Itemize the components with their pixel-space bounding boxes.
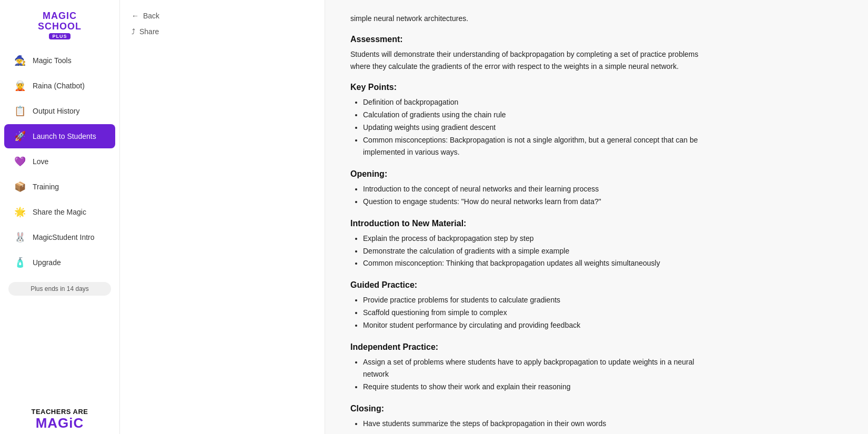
share-label: Share: [139, 27, 159, 36]
upgrade-icon: 🧴: [14, 256, 26, 269]
list-item: Demonstrate the calculation of gradients…: [363, 245, 719, 258]
back-button[interactable]: ← Back: [130, 9, 314, 22]
list-item: Updating weights using gradient descent: [363, 122, 719, 134]
upgrade-label: Upgrade: [33, 258, 61, 267]
sidebar-item-output-history[interactable]: 📋Output History: [4, 99, 115, 123]
magicstudent-intro-label: MagicStudent Intro: [33, 233, 95, 241]
assessment-heading: Assessment:: [350, 35, 719, 44]
love-icon: 💜: [14, 155, 26, 168]
back-label: Back: [143, 12, 159, 20]
list-item: Provide practice problems for students t…: [363, 294, 719, 307]
sidebar-nav: 🧙Magic Tools🧝Raina (Chatbot)📋Output Hist…: [0, 47, 119, 276]
list-item: Monitor student performance by circulati…: [363, 319, 719, 332]
main-content: simple neural network architectures. Ass…: [325, 0, 868, 434]
sidebar-item-magic-tools[interactable]: 🧙Magic Tools: [4, 48, 115, 73]
closing-bullets: Have students summarize the steps of bac…: [350, 418, 719, 430]
sidebar-item-launch-to-students[interactable]: 🚀Launch to Students: [4, 124, 115, 148]
share-icon: ⤴: [132, 27, 135, 36]
key-points-heading: Key Points:: [350, 83, 719, 92]
training-label: Training: [33, 183, 59, 191]
list-item: Have students summarize the steps of bac…: [363, 418, 719, 430]
output-history-icon: 📋: [14, 105, 26, 117]
content-section: simple neural network architectures. Ass…: [350, 13, 719, 430]
launch-to-students-label: Launch to Students: [33, 132, 96, 140]
list-item: Question to engage students: "How do neu…: [363, 196, 719, 208]
guided-practice-heading: Guided Practice:: [350, 280, 719, 290]
magic-label: MAGiC: [8, 416, 111, 431]
intro-new-material-bullets: Explain the process of backpropagation s…: [350, 233, 719, 270]
opening-bullets: Introduction to the concept of neural ne…: [350, 183, 719, 208]
list-item: Explain the process of backpropagation s…: [363, 233, 719, 245]
independent-practice-bullets: Assign a set of problems where students …: [350, 356, 719, 393]
intro-text: simple neural network architectures.: [350, 13, 719, 24]
list-item: Calculation of gradients using the chain…: [363, 109, 719, 122]
raina-chatbot-icon: 🧝: [14, 79, 26, 92]
back-icon: ←: [132, 12, 139, 20]
share-the-magic-icon: 🌟: [14, 206, 26, 218]
raina-chatbot-label: Raina (Chatbot): [33, 82, 85, 90]
launch-to-students-icon: 🚀: [14, 130, 26, 143]
list-item: Scaffold questioning from simple to comp…: [363, 307, 719, 319]
logo-text: MAGICSCHOOL: [38, 11, 82, 32]
list-item: Common misconception: Thinking that back…: [363, 257, 719, 270]
magic-tools-icon: 🧙: [14, 54, 26, 67]
opening-heading: Opening:: [350, 169, 719, 179]
middle-pane: ← Back ⤴ Share: [120, 0, 325, 434]
logo-area: MAGICSCHOOL PLUS: [0, 0, 119, 47]
output-history-label: Output History: [33, 107, 79, 115]
magic-tools-label: Magic Tools: [33, 56, 72, 65]
teachers-are-magic: TEACHERS ARE MAGiC: [0, 402, 119, 434]
list-item: Common misconceptions: Backpropagation i…: [363, 134, 719, 159]
list-item: Assign a set of problems where students …: [363, 356, 719, 381]
sidebar-item-love[interactable]: 💜Love: [4, 149, 115, 174]
sidebar-item-raina-chatbot[interactable]: 🧝Raina (Chatbot): [4, 74, 115, 98]
guided-practice-bullets: Provide practice problems for students t…: [350, 294, 719, 331]
logo-plus-badge: PLUS: [49, 33, 70, 39]
independent-practice-heading: Independent Practice:: [350, 342, 719, 352]
sidebar-item-magicstudent-intro[interactable]: 🐰MagicStudent Intro: [4, 225, 115, 249]
plus-ends-badge: Plus ends in 14 days: [8, 282, 111, 296]
love-label: Love: [33, 157, 48, 166]
list-item: Introduction to the concept of neural ne…: [363, 183, 719, 196]
middle-nav: ← Back ⤴ Share: [130, 9, 314, 38]
share-the-magic-label: Share the Magic: [33, 208, 86, 216]
closing-heading: Closing:: [350, 404, 719, 413]
magicstudent-intro-icon: 🐰: [14, 231, 26, 244]
share-button[interactable]: ⤴ Share: [130, 25, 314, 38]
list-item: Require students to show their work and …: [363, 381, 719, 393]
intro-new-material-heading: Introduction to New Material:: [350, 219, 719, 228]
sidebar-item-share-the-magic[interactable]: 🌟Share the Magic: [4, 200, 115, 224]
key-points-bullets: Definition of backpropagationCalculation…: [350, 96, 719, 159]
list-item: Definition of backpropagation: [363, 96, 719, 109]
sidebar: MAGICSCHOOL PLUS 🧙Magic Tools🧝Raina (Cha…: [0, 0, 120, 434]
assessment-text: Students will demonstrate their understa…: [350, 48, 719, 72]
sidebar-item-training[interactable]: 📦Training: [4, 175, 115, 199]
sidebar-item-upgrade[interactable]: 🧴Upgrade: [4, 250, 115, 275]
teachers-are-label: TEACHERS ARE: [8, 408, 111, 416]
training-icon: 📦: [14, 180, 26, 193]
